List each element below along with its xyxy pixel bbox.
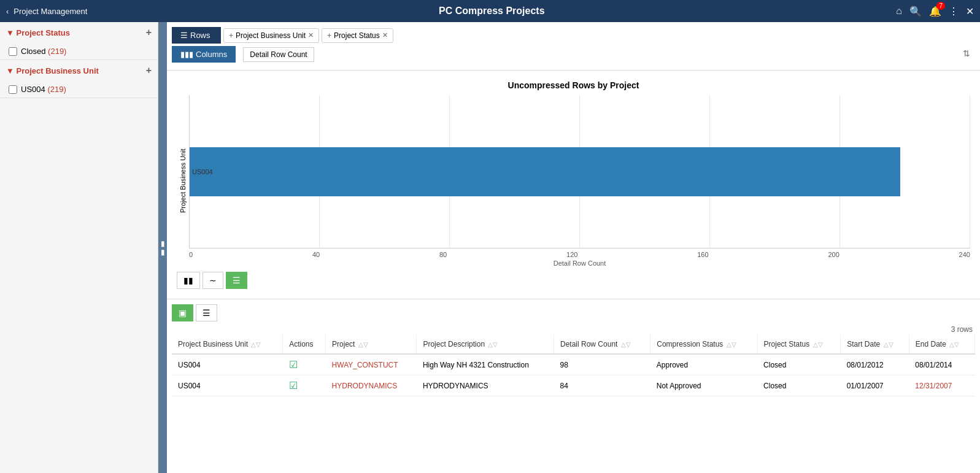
project-status-label: Project Status <box>17 28 70 37</box>
chart-container: Uncompressed Rows by Project Project Bus… <box>167 71 980 299</box>
chart-y-axis-label: Project Business Unit <box>177 95 189 267</box>
back-nav[interactable]: ‹ Project Management <box>6 7 87 16</box>
sort-arrows-description[interactable]: △▽ <box>488 341 498 348</box>
pivot-columns-row: ▮▮▮ Columns Detail Row Count ⇅ <box>172 46 975 63</box>
th-compression-status: Compression Status △▽ <box>650 335 757 354</box>
x-tick-200: 200 <box>828 251 839 258</box>
th-end-date: End Date △▽ <box>909 335 974 354</box>
line-chart-button[interactable]: ∼ <box>203 272 223 289</box>
cell-description-1: High Way NH 4321 Construction <box>417 354 554 375</box>
chart-type-buttons: ▮▮ ∼ ☰ <box>177 272 970 289</box>
back-arrow-icon: ‹ <box>6 7 9 16</box>
notification-icon[interactable]: 🔔 7 <box>929 6 941 17</box>
bar-label-us004: US004 <box>192 168 213 175</box>
arrow-down-icon: ▼ <box>6 28 14 37</box>
sidebar-item-us004[interactable]: US004 (219) <box>0 81 158 98</box>
back-nav-label: Project Management <box>14 7 87 16</box>
x-tick-120: 120 <box>566 251 577 258</box>
cell-row-count-1: 98 <box>554 354 650 375</box>
sort-arrows-compression[interactable]: △▽ <box>727 341 736 348</box>
sidebar-item-closed[interactable]: Closed (219) <box>0 43 158 60</box>
sidebar-section-header-project-status[interactable]: ▼ Project Status + <box>0 22 158 43</box>
row-count-label: 3 rows <box>172 324 975 335</box>
sidebar-collapse-handle[interactable]: ▮▮ <box>158 22 167 473</box>
tag-remove-business-unit-icon[interactable]: ✕ <box>308 31 314 39</box>
tag-plus-icon-2: + <box>327 31 331 40</box>
th-row-count: Detail Row Count △▽ <box>554 335 650 354</box>
chart-bar-row: US004 <box>190 147 970 196</box>
us004-label: US004 (219) <box>21 85 66 94</box>
table-header-row: Project Business Unit △▽ Actions Project… <box>172 335 975 354</box>
cell-actions-2[interactable]: ☑ <box>283 375 326 396</box>
arrow-down-icon-2: ▼ <box>6 66 14 75</box>
x-tick-80: 80 <box>439 251 447 258</box>
cell-start-date-2: 01/01/2007 <box>841 375 909 396</box>
add-business-unit-icon[interactable]: + <box>146 65 152 76</box>
closed-label: Closed (219) <box>21 47 66 56</box>
th-business-unit: Project Business Unit △▽ <box>172 335 283 354</box>
sort-arrows-project[interactable]: △▽ <box>358 341 368 348</box>
x-tick-0: 0 <box>189 251 193 258</box>
us004-checkbox[interactable] <box>9 85 17 94</box>
sort-icon[interactable]: ⇅ <box>963 48 970 58</box>
cell-project-1[interactable]: HWAY_CONSTUCT <box>326 354 417 375</box>
data-table: Project Business Unit △▽ Actions Project… <box>172 335 975 396</box>
sort-arrows-project-status[interactable]: △▽ <box>813 341 823 348</box>
page-title: PC Compress Projects <box>87 6 896 17</box>
notification-badge: 7 <box>936 2 945 10</box>
detail-row-count-button[interactable]: Detail Row Count <box>243 47 314 62</box>
add-project-status-icon[interactable]: + <box>146 27 152 38</box>
pivot-tag-project-status[interactable]: + Project Status ✕ <box>322 28 393 43</box>
cell-business-unit-1: US004 <box>172 354 283 375</box>
sidebar: ▼ Project Status + Closed (219) ▼ Projec… <box>0 22 158 473</box>
cell-actions-1[interactable]: ☑ <box>283 354 326 375</box>
x-tick-240: 240 <box>959 251 970 258</box>
tag-plus-icon: + <box>229 31 233 40</box>
grid-view-button[interactable]: ▣ <box>172 304 193 321</box>
content-area: ☰ Rows + Project Business Unit ✕ + Proje… <box>167 22 980 473</box>
columns-button[interactable]: ▮▮▮ Columns <box>172 46 236 63</box>
table-chart-button[interactable]: ☰ <box>226 272 247 289</box>
chart-x-axis-label: Detail Row Count <box>189 260 970 267</box>
search-icon[interactable]: 🔍 <box>909 6 922 17</box>
cell-project-2[interactable]: HYDRODYNAMICS <box>326 375 417 396</box>
sort-arrows-start-date[interactable]: △▽ <box>884 341 893 348</box>
cell-compression-2: Not Approved <box>650 375 757 396</box>
table-area: ▣ ☰ 3 rows Project Business Unit △▽ Acti… <box>167 299 980 401</box>
list-view-button[interactable]: ☰ <box>196 304 217 321</box>
table-view-buttons: ▣ ☰ <box>172 299 975 324</box>
table-row: US004 ☑ HYDRODYNAMICS HYDRODYNAMICS 84 N… <box>172 375 975 396</box>
sidebar-section-header-business-unit[interactable]: ▼ Project Business Unit + <box>0 60 158 81</box>
sort-arrows-row-count[interactable]: △▽ <box>621 341 631 348</box>
action-check-icon-2[interactable]: ☑ <box>289 380 298 391</box>
close-icon[interactable]: ✕ <box>966 6 974 17</box>
bar-chart-button[interactable]: ▮▮ <box>177 272 200 289</box>
app-header: ‹ Project Management PC Compress Project… <box>0 0 980 22</box>
sort-arrows-business-unit[interactable]: △▽ <box>251 341 261 348</box>
closed-checkbox[interactable] <box>9 47 17 56</box>
pivot-rows-row: ☰ Rows + Project Business Unit ✕ + Proje… <box>172 27 975 44</box>
collapse-icon: ▮▮ <box>158 239 167 256</box>
x-tick-160: 160 <box>697 251 708 258</box>
action-check-icon-1[interactable]: ☑ <box>289 360 298 370</box>
chart-plot: US004 <box>189 95 970 248</box>
main-layout: ▼ Project Status + Closed (219) ▼ Projec… <box>0 22 980 473</box>
tag-remove-project-status-icon[interactable]: ✕ <box>382 31 388 39</box>
more-options-icon[interactable]: ⋮ <box>949 6 959 17</box>
columns-icon: ▮▮▮ <box>180 50 193 59</box>
cell-row-count-2: 84 <box>554 375 650 396</box>
rows-button[interactable]: ☰ Rows <box>172 27 221 44</box>
cell-compression-1: Approved <box>650 354 757 375</box>
th-start-date: Start Date △▽ <box>841 335 909 354</box>
home-icon[interactable]: ⌂ <box>896 6 902 17</box>
x-tick-40: 40 <box>312 251 320 258</box>
th-description: Project Description △▽ <box>417 335 554 354</box>
sort-arrows-end-date[interactable]: △▽ <box>949 341 959 348</box>
chart-x-axis: 0 40 80 120 160 200 240 <box>189 248 970 258</box>
cell-end-date-2: 12/31/2007 <box>909 375 974 396</box>
pivot-controls: ☰ Rows + Project Business Unit ✕ + Proje… <box>167 22 980 71</box>
cell-project-status-1: Closed <box>757 354 841 375</box>
pivot-tag-business-unit[interactable]: + Project Business Unit ✕ <box>223 28 319 43</box>
header-actions: ⌂ 🔍 🔔 7 ⋮ ✕ <box>896 6 974 17</box>
th-project-status: Project Status △▽ <box>757 335 841 354</box>
